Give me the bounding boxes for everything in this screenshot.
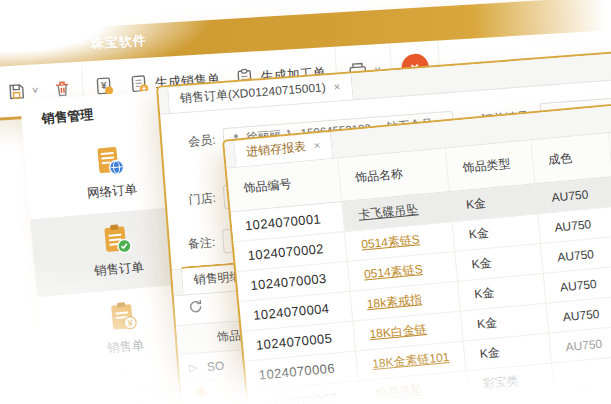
cell-color: AU750 — [541, 237, 611, 273]
tab-label: 销售订单(XD01240715001) — [179, 79, 326, 107]
network-order-icon — [91, 143, 128, 180]
remark-label: 备注: — [187, 234, 216, 253]
item-name-link[interactable]: 0514素链S — [363, 261, 423, 283]
report-window: 进销存报表 × 饰品编号 饰品名称 饰品类型 成色 1024070001 卡飞碟… — [222, 100, 611, 404]
sidebar-item-label: 网络订单 — [87, 181, 138, 202]
save-icon — [6, 80, 27, 101]
asterisk-icon — [194, 386, 208, 400]
cell-color: AU750 — [544, 267, 611, 303]
sidebar-item-label: 销售订单 — [93, 259, 144, 280]
tab-close-icon[interactable]: × — [313, 140, 320, 152]
sales-order-icon — [98, 221, 135, 258]
cell-color — [552, 356, 611, 392]
item-name-link[interactable]: 18K白金链 — [369, 321, 428, 343]
item-name-link[interactable]: 18k素戒指 — [366, 291, 423, 313]
col-header-color[interactable]: 成色 — [531, 133, 611, 183]
detail-row-text: SO — [206, 358, 224, 373]
col-header-type[interactable]: 饰品类型 — [446, 140, 536, 191]
store-label: 门店: — [188, 189, 217, 208]
save-dropdown-caret[interactable]: ∨ — [31, 85, 40, 94]
tab-close-icon[interactable]: × — [333, 81, 340, 92]
delete-button[interactable] — [52, 78, 73, 99]
row-expander-icon[interactable]: ▷ — [189, 362, 198, 374]
item-name-link[interactable]: 粉晶吊坠 — [374, 382, 423, 403]
cell-color: AU750 — [549, 326, 611, 362]
sidebar-item-label: 销售单 — [106, 337, 145, 357]
sidebar-section-label: 销售管理 — [91, 397, 144, 404]
sales-slip-icon: ¥ — [105, 298, 142, 335]
item-name-link[interactable]: 卡飞碟吊坠 — [358, 201, 419, 223]
detail-toolbar — [188, 299, 203, 314]
report-tab-label: 进销存报表 — [245, 138, 306, 160]
report-table: 饰品编号 饰品名称 饰品类型 成色 1024070001 卡飞碟吊坠 K金 AU… — [227, 129, 611, 404]
cell-color: AU750 — [547, 297, 611, 333]
title-bullet: · — [80, 36, 86, 51]
save-button[interactable]: ∨ — [6, 80, 39, 102]
app-title: · 珠宝软件 — [80, 32, 147, 54]
member-label: 会员: — [188, 131, 217, 150]
screenshot-stage: · 珠宝软件 ∨ ¥ — [0, 0, 611, 404]
svg-text:¥: ¥ — [127, 318, 133, 328]
item-name-link[interactable]: 0514素链S — [361, 231, 421, 253]
status-row — [194, 385, 208, 404]
item-name-link[interactable]: 18K金素链101 — [372, 349, 451, 373]
refresh-icon[interactable] — [188, 299, 203, 314]
